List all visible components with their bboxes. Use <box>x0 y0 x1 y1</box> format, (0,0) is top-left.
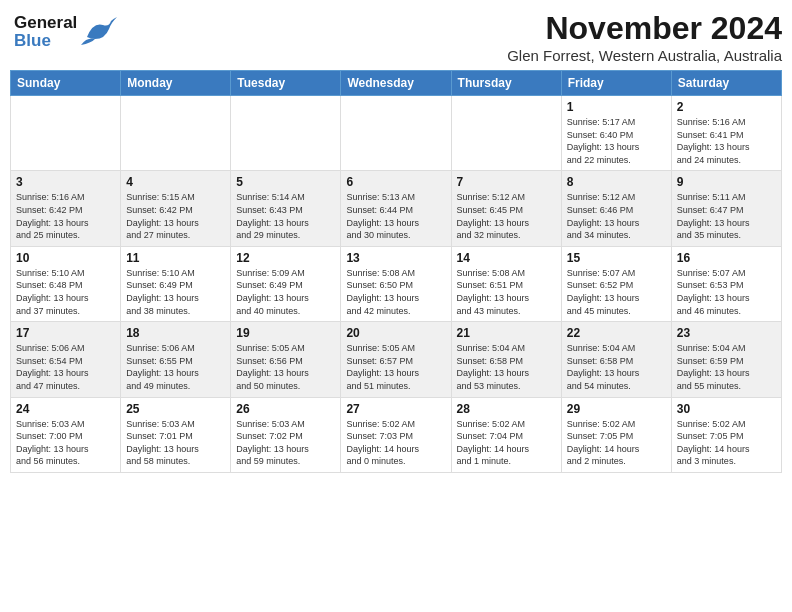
calendar-cell: 2Sunrise: 5:16 AM Sunset: 6:41 PM Daylig… <box>671 96 781 171</box>
day-number: 24 <box>16 402 115 416</box>
day-info: Sunrise: 5:06 AM Sunset: 6:54 PM Dayligh… <box>16 342 115 392</box>
day-number: 6 <box>346 175 445 189</box>
day-number: 13 <box>346 251 445 265</box>
day-info: Sunrise: 5:10 AM Sunset: 6:48 PM Dayligh… <box>16 267 115 317</box>
calendar-cell: 28Sunrise: 5:02 AM Sunset: 7:04 PM Dayli… <box>451 397 561 472</box>
weekday-header-saturday: Saturday <box>671 71 781 96</box>
day-number: 16 <box>677 251 776 265</box>
day-number: 25 <box>126 402 225 416</box>
calendar-cell: 5Sunrise: 5:14 AM Sunset: 6:43 PM Daylig… <box>231 171 341 246</box>
day-info: Sunrise: 5:07 AM Sunset: 6:52 PM Dayligh… <box>567 267 666 317</box>
weekday-header-monday: Monday <box>121 71 231 96</box>
day-info: Sunrise: 5:10 AM Sunset: 6:49 PM Dayligh… <box>126 267 225 317</box>
calendar-cell <box>451 96 561 171</box>
calendar-cell: 3Sunrise: 5:16 AM Sunset: 6:42 PM Daylig… <box>11 171 121 246</box>
calendar-week-row: 10Sunrise: 5:10 AM Sunset: 6:48 PM Dayli… <box>11 246 782 321</box>
day-info: Sunrise: 5:12 AM Sunset: 6:46 PM Dayligh… <box>567 191 666 241</box>
calendar-cell: 18Sunrise: 5:06 AM Sunset: 6:55 PM Dayli… <box>121 322 231 397</box>
calendar-cell <box>231 96 341 171</box>
weekday-header-wednesday: Wednesday <box>341 71 451 96</box>
logo-general-text: General <box>14 13 77 32</box>
day-number: 5 <box>236 175 335 189</box>
calendar-cell: 13Sunrise: 5:08 AM Sunset: 6:50 PM Dayli… <box>341 246 451 321</box>
day-info: Sunrise: 5:11 AM Sunset: 6:47 PM Dayligh… <box>677 191 776 241</box>
day-info: Sunrise: 5:05 AM Sunset: 6:56 PM Dayligh… <box>236 342 335 392</box>
calendar-week-row: 1Sunrise: 5:17 AM Sunset: 6:40 PM Daylig… <box>11 96 782 171</box>
day-number: 19 <box>236 326 335 340</box>
day-info: Sunrise: 5:08 AM Sunset: 6:50 PM Dayligh… <box>346 267 445 317</box>
calendar-week-row: 17Sunrise: 5:06 AM Sunset: 6:54 PM Dayli… <box>11 322 782 397</box>
weekday-header-row: SundayMondayTuesdayWednesdayThursdayFrid… <box>11 71 782 96</box>
day-number: 22 <box>567 326 666 340</box>
page-subtitle: Glen Forrest, Western Australia, Austral… <box>507 47 782 64</box>
day-number: 29 <box>567 402 666 416</box>
calendar-cell: 24Sunrise: 5:03 AM Sunset: 7:00 PM Dayli… <box>11 397 121 472</box>
calendar-cell <box>121 96 231 171</box>
day-info: Sunrise: 5:02 AM Sunset: 7:05 PM Dayligh… <box>567 418 666 468</box>
calendar-cell: 20Sunrise: 5:05 AM Sunset: 6:57 PM Dayli… <box>341 322 451 397</box>
calendar-cell <box>11 96 121 171</box>
calendar-cell: 23Sunrise: 5:04 AM Sunset: 6:59 PM Dayli… <box>671 322 781 397</box>
calendar-cell: 8Sunrise: 5:12 AM Sunset: 6:46 PM Daylig… <box>561 171 671 246</box>
day-info: Sunrise: 5:05 AM Sunset: 6:57 PM Dayligh… <box>346 342 445 392</box>
day-number: 20 <box>346 326 445 340</box>
logo-blue-text: Blue <box>14 31 51 50</box>
day-number: 11 <box>126 251 225 265</box>
weekday-header-tuesday: Tuesday <box>231 71 341 96</box>
logo: General Blue <box>10 10 121 54</box>
calendar-cell: 14Sunrise: 5:08 AM Sunset: 6:51 PM Dayli… <box>451 246 561 321</box>
calendar-cell: 19Sunrise: 5:05 AM Sunset: 6:56 PM Dayli… <box>231 322 341 397</box>
calendar-cell: 15Sunrise: 5:07 AM Sunset: 6:52 PM Dayli… <box>561 246 671 321</box>
calendar-cell: 29Sunrise: 5:02 AM Sunset: 7:05 PM Dayli… <box>561 397 671 472</box>
calendar-cell: 11Sunrise: 5:10 AM Sunset: 6:49 PM Dayli… <box>121 246 231 321</box>
day-number: 26 <box>236 402 335 416</box>
day-info: Sunrise: 5:09 AM Sunset: 6:49 PM Dayligh… <box>236 267 335 317</box>
day-number: 9 <box>677 175 776 189</box>
day-number: 7 <box>457 175 556 189</box>
calendar-cell: 1Sunrise: 5:17 AM Sunset: 6:40 PM Daylig… <box>561 96 671 171</box>
calendar-cell: 25Sunrise: 5:03 AM Sunset: 7:01 PM Dayli… <box>121 397 231 472</box>
day-info: Sunrise: 5:17 AM Sunset: 6:40 PM Dayligh… <box>567 116 666 166</box>
day-number: 18 <box>126 326 225 340</box>
day-info: Sunrise: 5:07 AM Sunset: 6:53 PM Dayligh… <box>677 267 776 317</box>
day-info: Sunrise: 5:02 AM Sunset: 7:05 PM Dayligh… <box>677 418 776 468</box>
calendar-week-row: 3Sunrise: 5:16 AM Sunset: 6:42 PM Daylig… <box>11 171 782 246</box>
calendar-cell: 9Sunrise: 5:11 AM Sunset: 6:47 PM Daylig… <box>671 171 781 246</box>
day-info: Sunrise: 5:12 AM Sunset: 6:45 PM Dayligh… <box>457 191 556 241</box>
calendar-cell: 30Sunrise: 5:02 AM Sunset: 7:05 PM Dayli… <box>671 397 781 472</box>
day-number: 3 <box>16 175 115 189</box>
day-info: Sunrise: 5:04 AM Sunset: 6:58 PM Dayligh… <box>457 342 556 392</box>
calendar: SundayMondayTuesdayWednesdayThursdayFrid… <box>10 70 782 473</box>
day-info: Sunrise: 5:16 AM Sunset: 6:41 PM Dayligh… <box>677 116 776 166</box>
calendar-cell: 17Sunrise: 5:06 AM Sunset: 6:54 PM Dayli… <box>11 322 121 397</box>
calendar-cell: 21Sunrise: 5:04 AM Sunset: 6:58 PM Dayli… <box>451 322 561 397</box>
day-number: 21 <box>457 326 556 340</box>
day-info: Sunrise: 5:02 AM Sunset: 7:03 PM Dayligh… <box>346 418 445 468</box>
calendar-week-row: 24Sunrise: 5:03 AM Sunset: 7:00 PM Dayli… <box>11 397 782 472</box>
day-info: Sunrise: 5:08 AM Sunset: 6:51 PM Dayligh… <box>457 267 556 317</box>
page-title: November 2024 <box>507 10 782 47</box>
calendar-cell: 16Sunrise: 5:07 AM Sunset: 6:53 PM Dayli… <box>671 246 781 321</box>
day-info: Sunrise: 5:04 AM Sunset: 6:58 PM Dayligh… <box>567 342 666 392</box>
day-info: Sunrise: 5:04 AM Sunset: 6:59 PM Dayligh… <box>677 342 776 392</box>
day-number: 15 <box>567 251 666 265</box>
header: General Blue November 2024 Glen Forrest,… <box>10 10 782 64</box>
day-number: 4 <box>126 175 225 189</box>
day-info: Sunrise: 5:03 AM Sunset: 7:00 PM Dayligh… <box>16 418 115 468</box>
calendar-cell <box>341 96 451 171</box>
day-number: 28 <box>457 402 556 416</box>
calendar-cell: 22Sunrise: 5:04 AM Sunset: 6:58 PM Dayli… <box>561 322 671 397</box>
day-number: 14 <box>457 251 556 265</box>
calendar-cell: 6Sunrise: 5:13 AM Sunset: 6:44 PM Daylig… <box>341 171 451 246</box>
calendar-cell: 27Sunrise: 5:02 AM Sunset: 7:03 PM Dayli… <box>341 397 451 472</box>
calendar-cell: 26Sunrise: 5:03 AM Sunset: 7:02 PM Dayli… <box>231 397 341 472</box>
day-number: 2 <box>677 100 776 114</box>
day-number: 12 <box>236 251 335 265</box>
title-area: November 2024 Glen Forrest, Western Aust… <box>507 10 782 64</box>
day-info: Sunrise: 5:16 AM Sunset: 6:42 PM Dayligh… <box>16 191 115 241</box>
calendar-cell: 10Sunrise: 5:10 AM Sunset: 6:48 PM Dayli… <box>11 246 121 321</box>
day-info: Sunrise: 5:02 AM Sunset: 7:04 PM Dayligh… <box>457 418 556 468</box>
calendar-cell: 12Sunrise: 5:09 AM Sunset: 6:49 PM Dayli… <box>231 246 341 321</box>
weekday-header-thursday: Thursday <box>451 71 561 96</box>
calendar-cell: 4Sunrise: 5:15 AM Sunset: 6:42 PM Daylig… <box>121 171 231 246</box>
